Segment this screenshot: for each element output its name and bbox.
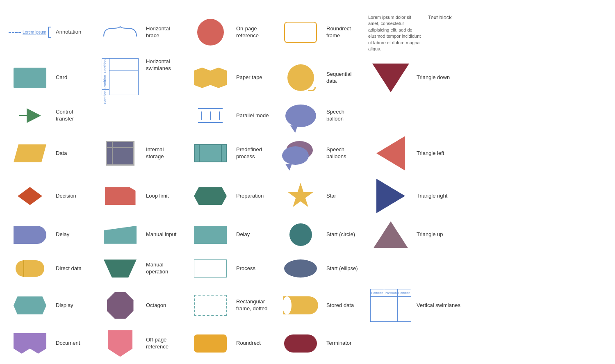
- terminator-cell: Terminator: [275, 326, 365, 361]
- triangle-up-shape-area: [368, 221, 413, 248]
- vswimlanes-cell: Partition Partition Partition Vertical s…: [365, 285, 545, 326]
- empty-cell-3: [365, 252, 545, 285]
- vswimlanes-label: Vertical swimlanes: [417, 302, 460, 309]
- roundrect-cell: Roundrect: [184, 326, 275, 361]
- horizontal-brace-cell: Horizontal brace: [94, 8, 184, 56]
- on-page-ref-shape: [188, 19, 233, 46]
- roundrect-shape: [188, 334, 233, 353]
- speech-balloons-label: Speech balloons: [326, 146, 362, 160]
- direct-data-label: Direct data: [56, 265, 82, 272]
- direct-data-cell: Direct data: [4, 252, 94, 285]
- speech-balloon-shape: [278, 105, 323, 127]
- loop-limit-label: Loop limit: [146, 193, 169, 200]
- triangle-down-cell: Triangle down: [365, 56, 545, 99]
- delay2-cell: Delay: [184, 217, 275, 252]
- triangle-left-cell: Triangle left: [365, 132, 545, 175]
- manual-op-label: Manual operation: [146, 262, 181, 275]
- loop-limit-shape: [98, 187, 143, 205]
- empty-cell-2: [365, 99, 545, 132]
- on-page-ref-cell: On-page reference: [184, 8, 275, 56]
- display-shape: [7, 296, 52, 314]
- sequential-data-shape: [278, 64, 323, 91]
- manual-input-shape: [98, 226, 143, 244]
- roundrect-frame-shape: [278, 22, 323, 43]
- on-page-ref-label: On-page reference: [236, 25, 271, 39]
- start-circle-label: Start (circle): [326, 231, 355, 238]
- document-label: Document: [56, 340, 80, 347]
- manual-input-label: Manual input: [146, 231, 176, 238]
- display-label: Display: [56, 302, 73, 309]
- delay-label: Delay: [56, 231, 69, 238]
- parallel-mode-label: Parallel mode: [236, 112, 269, 119]
- predefined-process-shape: [188, 144, 233, 162]
- vswim-p3: Partition: [398, 291, 410, 295]
- horizontal-brace-label: Horizontal brace: [146, 25, 181, 39]
- speech-balloon-label: Speech balloon: [326, 109, 362, 123]
- triangle-left-label: Triangle left: [417, 150, 444, 157]
- internal-storage-cell: Internal storage: [94, 132, 184, 175]
- empty-cell-1: [94, 99, 184, 132]
- display-cell: Display: [4, 285, 94, 326]
- decision-label: Decision: [56, 193, 76, 200]
- text-block-shape: Lorem ipsum dolor sit amet, consectetur …: [368, 14, 421, 52]
- hswimlanes-cell: Partition Partition Partition Horizontal…: [94, 56, 184, 99]
- triangle-right-cell: Triangle right: [365, 175, 545, 217]
- terminator-shape: [278, 334, 323, 353]
- start-circle-shape: [278, 223, 323, 246]
- sequential-data-label: Sequential data: [326, 71, 362, 85]
- internal-storage-shape: [98, 141, 143, 166]
- stored-data-label: Stored data: [326, 302, 354, 309]
- triangle-right-shape-area: [368, 179, 413, 213]
- text-block-cell: Lorem ipsum dolor sit amet, consectetur …: [365, 8, 545, 56]
- speech-balloons-shape: [278, 139, 323, 168]
- control-transfer-shape: [7, 108, 52, 123]
- internal-storage-label: Internal storage: [146, 146, 181, 160]
- octagon-cell: Octagon: [94, 285, 184, 326]
- hswim-partition2: Partition: [102, 74, 108, 89]
- predefined-process-label: Predefined process: [236, 146, 271, 160]
- process-shape: [188, 259, 233, 278]
- data-label: Data: [56, 150, 67, 157]
- start-ellipse-shape: [278, 259, 323, 278]
- triangle-down-shape-area: [368, 64, 413, 92]
- preparation-label: Preparation: [236, 193, 264, 200]
- start-ellipse-cell: Start (ellipse): [275, 252, 365, 285]
- data-cell: Data: [4, 132, 94, 175]
- rect-dotted-label: Rectangular frame, dotted: [236, 298, 271, 312]
- sequential-data-cell: Sequential data: [275, 56, 365, 99]
- predefined-process-cell: Predefined process: [184, 132, 275, 175]
- card-label: Card: [56, 74, 67, 81]
- hswim-partition1: Partition: [102, 59, 108, 74]
- control-transfer-label: Control transfer: [56, 109, 91, 123]
- triangle-right-label: Triangle right: [417, 193, 447, 200]
- offpage-label: Off-page reference: [146, 337, 181, 350]
- hswim-partition3: Partition: [102, 90, 108, 105]
- delay-cell: Delay: [4, 217, 94, 252]
- paper-tape-shape: [188, 68, 233, 88]
- text-block-label: Text block: [428, 14, 452, 21]
- horizontal-brace-shape: [98, 24, 143, 41]
- card-shape: [7, 68, 52, 88]
- roundrect-label: Roundrect: [236, 340, 261, 347]
- manual-input-cell: Manual input: [94, 217, 184, 252]
- vswim-p1: Partition: [371, 291, 383, 295]
- preparation-shape: [188, 187, 233, 205]
- offpage-cell: Off-page reference: [94, 326, 184, 361]
- delay2-label: Delay: [236, 231, 250, 238]
- octagon-label: Octagon: [146, 302, 166, 309]
- manual-op-shape: [98, 259, 143, 278]
- star-shape: [278, 183, 323, 209]
- paper-tape-label: Paper tape: [236, 74, 262, 81]
- octagon-shape: [98, 292, 143, 319]
- control-transfer-cell: Control transfer: [4, 99, 94, 132]
- rect-dotted-cell: Rectangular frame, dotted: [184, 285, 275, 326]
- terminator-label: Terminator: [326, 340, 351, 347]
- rect-dotted-shape: [188, 295, 233, 316]
- triangle-up-label: Triangle up: [417, 231, 443, 238]
- parallel-mode-cell: Parallel mode: [184, 99, 275, 132]
- start-ellipse-label: Start (ellipse): [326, 265, 358, 272]
- process-cell: Process: [184, 252, 275, 285]
- star-cell: Star: [275, 175, 365, 217]
- stored-data-shape: [278, 296, 323, 314]
- hswimlanes-label: Horizontal swimlanes: [146, 58, 181, 72]
